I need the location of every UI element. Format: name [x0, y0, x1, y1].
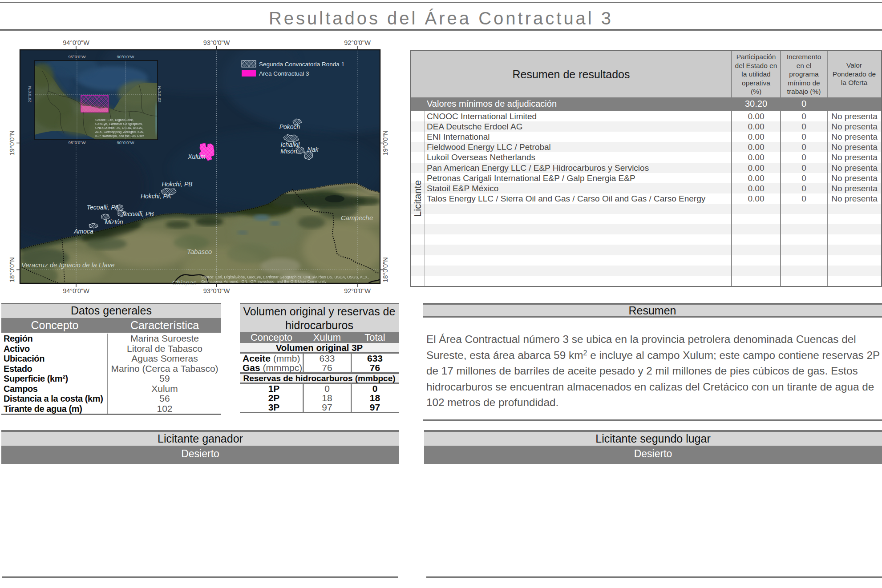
svg-text:Ichalkil: Ichalkil [281, 141, 300, 148]
svg-text:93°0'0"W: 93°0'0"W [203, 39, 230, 46]
svg-text:Source: Esri, DigitalGlobe,: Source: Esri, DigitalGlobe, [95, 118, 134, 122]
svg-text:Misón: Misón [280, 148, 297, 155]
svg-text:Pokoch: Pokoch [279, 123, 300, 130]
svg-text:Miztón: Miztón [105, 218, 123, 226]
svg-text:19°0'0"N: 19°0'0"N [8, 130, 16, 155]
svg-text:Veracruz de Ignacio de la Llav: Veracruz de Ignacio de la Llave [21, 261, 115, 269]
svg-text:Area Contractual 3: Area Contractual 3 [259, 70, 309, 77]
svg-text:95°0'0"W: 95°0'0"W [68, 140, 85, 145]
svg-text:92°0'0"W: 92°0'0"W [344, 39, 371, 46]
svg-text:CNES/Airbus DS, USDA, USGS,: CNES/Airbus DS, USDA, USGS, [95, 126, 143, 130]
svg-text:AEX, Getmapping, Aerogrid, IGN: AEX, Getmapping, Aerogrid, IGN, [95, 130, 144, 134]
svg-text:Hokchi, PA: Hokchi, PA [141, 193, 171, 200]
svg-text:Tabasco: Tabasco [187, 248, 212, 255]
svg-text:Segunda Convocatoria Ronda 1: Segunda Convocatoria Ronda 1 [259, 61, 344, 68]
svg-text:Amoca: Amoca [73, 228, 93, 235]
svg-text:Nak: Nak [307, 146, 319, 153]
svg-text:92°0'0"W: 92°0'0"W [344, 287, 371, 294]
svg-text:18°0'0"N: 18°0'0"N [8, 257, 16, 282]
svg-text:20°0'0"N: 20°0'0"N [157, 86, 162, 102]
svg-text:Tecoalli, PB: Tecoalli, PB [121, 210, 154, 217]
svg-text:Chiapas: Chiapas [172, 279, 197, 286]
svg-text:20°0'0"N: 20°0'0"N [27, 86, 32, 102]
svg-text:94°0'0"W: 94°0'0"W [63, 39, 89, 46]
svg-text:GeoEye, Earthstar Geographics,: GeoEye, Earthstar Geographics, [95, 122, 143, 126]
svg-text:90°0'0"W: 90°0'0"W [117, 140, 134, 145]
svg-text:Source: Esri, DigitalGlobe, Ge: Source: Esri, DigitalGlobe, GeoEye, Eart… [201, 275, 368, 279]
svg-text:Hokchi, PB: Hokchi, PB [162, 181, 192, 188]
svg-text:94°0'0"W: 94°0'0"W [63, 287, 89, 294]
svg-text:19°0'0"N: 19°0'0"N [382, 130, 389, 155]
svg-text:Xulum: Xulum [187, 153, 206, 160]
svg-text:IGP, swisstopo, and the GIS Us: IGP, swisstopo, and the GIS User [95, 134, 144, 138]
svg-text:18°0'0"N: 18°0'0"N [382, 257, 389, 282]
svg-text:Campeche: Campeche [341, 214, 373, 222]
svg-text:90°0'0"W: 90°0'0"W [117, 54, 134, 59]
svg-text:93°0'0"W: 93°0'0"W [203, 287, 230, 294]
svg-text:95°0'0"W: 95°0'0"W [68, 54, 85, 59]
svg-text:Tecoalli, PA: Tecoalli, PA [87, 204, 119, 211]
